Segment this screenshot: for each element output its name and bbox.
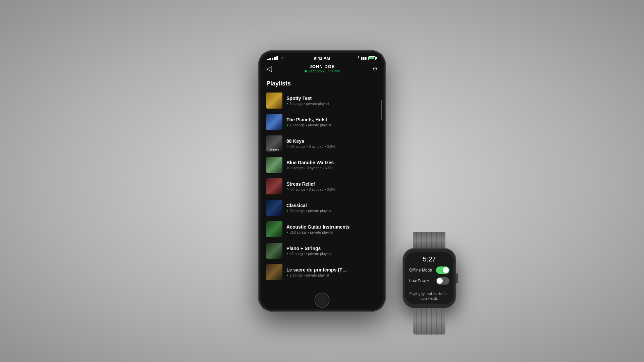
playlist-item[interactable]: The Planets, Holst ● 10 songs • private … — [261, 111, 383, 133]
playlist-info: Piano + Strings ● 42 songs • private pla… — [286, 246, 378, 256]
playlist-name: Stress Relief — [286, 181, 378, 187]
low-power-toggle[interactable] — [436, 277, 449, 285]
playlist-meta: ● 42 songs • private playlist — [286, 252, 378, 256]
scene: ⇌ 9:41 AM ┸ ▮▮▮ — [171, 17, 473, 345]
status-left: ⇌ — [267, 56, 304, 61]
signal-dot-2 — [269, 58, 271, 60]
nav-header: ◁ JOHN DOE 13 songs • 1 hr 4 min ⚙ — [261, 62, 383, 76]
playlist-meta-text: 8 songs • 0 synced • 6.5% — [290, 166, 333, 170]
apple-watch: 5:27 Offline Mode Low Power Playing sync… — [402, 231, 456, 335]
signal-dot-1 — [267, 59, 269, 60]
playlists-heading: Playlists — [261, 76, 383, 90]
signal-dot-3 — [272, 58, 273, 60]
playlist-meta-icon: ● — [286, 209, 288, 213]
watch-crown — [455, 274, 458, 283]
nav-subtitle: 13 songs • 1 hr 4 min — [305, 69, 340, 73]
playlist-name: Piano + Strings — [286, 246, 378, 251]
playlist-meta: ● 3 songs • private playlist — [286, 102, 378, 106]
back-button[interactable]: ◁ — [266, 64, 272, 73]
playlist-item[interactable]: Blue Danube Waltzes ↻ 8 songs • 0 synced… — [261, 154, 383, 176]
watch-band-top — [413, 232, 445, 249]
playlist-thumb — [266, 200, 282, 216]
playlist-meta-icon: ● — [286, 274, 288, 277]
playlist-thumb: 88 Keys — [266, 135, 282, 152]
playlist-meta: ↻ 88 songs • 0 synced • 0.0% — [286, 144, 378, 148]
playlist-meta: ● 318 songs • private playlist — [286, 230, 378, 234]
scroll-indicator — [381, 100, 382, 120]
home-button[interactable] — [315, 293, 330, 308]
playlist-info: 88 Keys ↻ 88 songs • 0 synced • 0.0% — [286, 138, 378, 148]
battery-tip — [376, 57, 377, 59]
playlist-meta-icon: ↻ — [286, 166, 289, 170]
playlist-meta: ● 10 songs • private playlist — [286, 123, 378, 127]
low-power-row: Low Power — [409, 277, 449, 285]
watch-divider — [409, 288, 449, 288]
playlist-thumb — [266, 243, 282, 259]
playlist-meta: ↻ 84 songs • 0 synced • 0.0% — [286, 187, 378, 191]
playlist-meta-text: 88 songs • 0 synced • 0.0% — [290, 144, 335, 148]
status-right: ┸ ▮▮▮ — [340, 56, 377, 60]
status-bar: ⇌ 9:41 AM ┸ ▮▮▮ — [261, 53, 383, 62]
nav-title-block: JOHN DOE 13 songs • 1 hr 4 min — [305, 64, 340, 73]
playlist-item[interactable]: Spotty Test ● 3 songs • private playlist — [261, 90, 383, 111]
playlist-meta-icon: ↻ — [286, 145, 289, 148]
signal-strength — [267, 56, 278, 60]
playlist-item[interactable]: Acoustic Guitar Instruments ● 318 songs … — [261, 219, 383, 240]
watch-body-text: Playing synced music from your watch. — [409, 292, 449, 301]
offline-mode-row: Offline Mode — [409, 266, 449, 274]
playlist-name: Classical — [286, 203, 378, 208]
status-time: 9:41 AM — [304, 56, 340, 61]
playlist-meta: ● 2 songs • private playlist — [286, 273, 378, 277]
signal-dot-4 — [274, 57, 276, 60]
playlist-item[interactable]: Stress Relief ↻ 84 songs • 0 synced • 0.… — [261, 176, 383, 197]
offline-mode-toggle[interactable] — [436, 266, 449, 274]
iphone: ⇌ 9:41 AM ┸ ▮▮▮ — [258, 50, 386, 312]
playlist-meta-text: 53 songs • private playlist — [289, 209, 331, 213]
playlist-list: Spotty Test ● 3 songs • private playlist… — [261, 90, 383, 309]
signal-bar-icon: ▮▮▮ — [361, 56, 367, 60]
playlist-thumb — [266, 93, 282, 109]
low-power-label: Low Power — [409, 279, 429, 283]
playlist-name: Le sacre du printemps (T… — [286, 267, 378, 273]
watch-band-bottom — [413, 308, 445, 335]
playlist-info: Le sacre du printemps (T… ● 2 songs • pr… — [286, 267, 378, 277]
playlist-meta: ● 53 songs • private playlist — [286, 209, 378, 213]
playlist-item[interactable]: Classical ● 53 songs • private playlist — [261, 197, 383, 219]
online-dot — [305, 70, 307, 72]
playlist-thumb — [266, 264, 282, 280]
nav-subtitle-text: 13 songs • 1 hr 4 min — [308, 69, 340, 73]
playlist-thumb — [266, 221, 282, 237]
playlist-thumb — [266, 178, 282, 194]
playlist-meta-icon: ● — [286, 231, 288, 234]
nav-title: JOHN DOE — [305, 64, 340, 69]
watch-screen: 5:27 Offline Mode Low Power Playing sync… — [405, 252, 453, 304]
playlist-info: Spotty Test ● 3 songs • private playlist — [286, 96, 378, 106]
playlist-meta-text: 2 songs • private playlist — [289, 273, 329, 277]
playlist-meta-text: 10 songs • private playlist — [289, 123, 331, 127]
playlist-item[interactable]: 88 Keys 88 Keys ↻ 88 songs • 0 synced • … — [261, 133, 383, 154]
playlist-info: Acoustic Guitar Instruments ● 318 songs … — [286, 224, 378, 234]
playlist-item[interactable]: Le sacre du printemps (T… ● 2 songs • pr… — [261, 261, 383, 283]
settings-button[interactable]: ⚙ — [372, 65, 378, 72]
playlist-meta-text: 42 songs • private playlist — [289, 252, 331, 256]
playlist-thumb — [266, 157, 282, 173]
playlist-info: Stress Relief ↻ 84 songs • 0 synced • 0.… — [286, 181, 378, 191]
playlist-meta-icon: ● — [286, 102, 288, 105]
playlist-name: Acoustic Guitar Instruments — [286, 224, 378, 230]
playlist-items-container: Spotty Test ● 3 songs • private playlist… — [261, 90, 383, 283]
playlist-meta: ↻ 8 songs • 0 synced • 6.5% — [286, 166, 378, 170]
playlist-name: Blue Danube Waltzes — [286, 160, 378, 165]
playlist-name: Spotty Test — [286, 96, 378, 101]
playlist-meta-icon: ↻ — [286, 188, 289, 191]
offline-mode-label: Offline Mode — [409, 268, 432, 273]
playlist-thumb — [266, 114, 282, 130]
phone-screen: ⇌ 9:41 AM ┸ ▮▮▮ — [261, 53, 383, 309]
playlist-name: 88 Keys — [286, 138, 378, 144]
playlist-item[interactable]: Piano + Strings ● 42 songs • private pla… — [261, 240, 383, 261]
playlist-meta-text: 318 songs • private playlist — [289, 230, 333, 234]
battery-fill — [369, 57, 374, 59]
watch-body: 5:27 Offline Mode Low Power Playing sync… — [402, 248, 456, 308]
playlist-meta-icon: ● — [286, 252, 288, 255]
playlist-meta-text: 84 songs • 0 synced • 0.0% — [290, 187, 335, 191]
toggle-knob-offline — [443, 267, 449, 273]
